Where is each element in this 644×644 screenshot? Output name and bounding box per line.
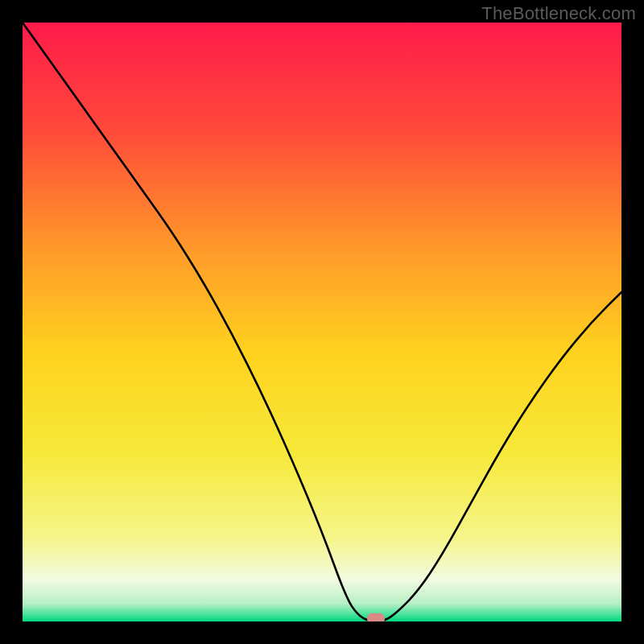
plot-area — [23, 23, 621, 621]
optimal-marker — [367, 613, 385, 621]
chart-container: TheBottleneck.com — [0, 0, 644, 644]
watermark-text: TheBottleneck.com — [481, 3, 636, 24]
chart-svg — [23, 23, 621, 621]
